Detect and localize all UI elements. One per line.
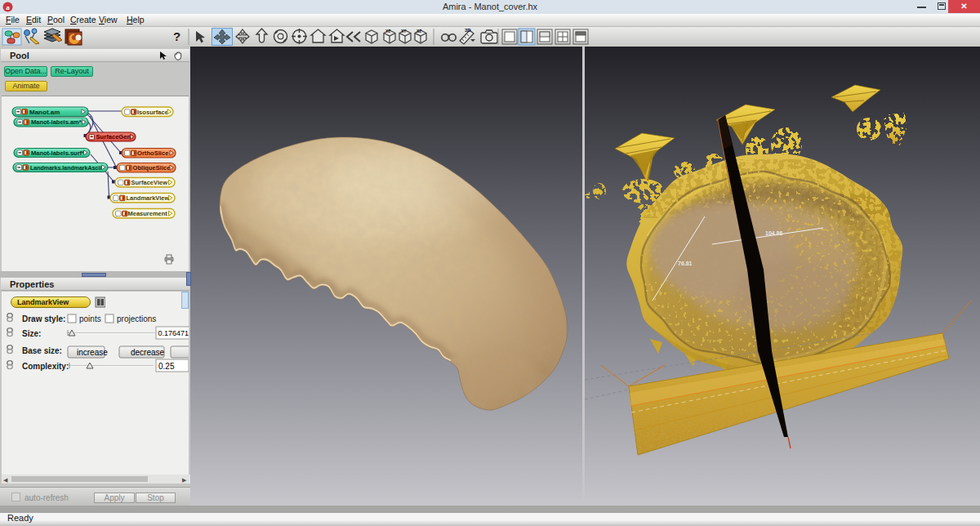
svg-text:Manot-labels.surf*: Manot-labels.surf*	[31, 149, 84, 157]
svg-text:decrease: decrease	[131, 348, 165, 357]
svg-text:0.176471: 0.176471	[158, 329, 189, 337]
svg-text:Landmarks.landmarkAscii: Landmarks.landmarkAscii	[30, 165, 101, 171]
svg-text:Manot.am: Manot.am	[29, 109, 60, 116]
svg-text:ObliqueSlice: ObliqueSlice	[133, 164, 171, 172]
svg-text:a: a	[6, 3, 10, 11]
svg-text:104.86: 104.86	[765, 230, 783, 236]
svg-text:XZ: XZ	[416, 29, 421, 33]
svg-text:SurfaceView: SurfaceView	[131, 179, 168, 186]
svg-text:Isosurface: Isosurface	[137, 109, 168, 116]
svg-text:SurfaceGen: SurfaceGen	[96, 133, 131, 140]
svg-text:76.81: 76.81	[678, 261, 693, 266]
svg-text:increase: increase	[77, 348, 108, 357]
svg-text:3D: 3D	[465, 28, 471, 33]
svg-text:Draw style:: Draw style:	[22, 314, 65, 323]
svg-text:?: ?	[173, 29, 180, 43]
svg-text:YZ: YZ	[385, 29, 390, 33]
svg-text:XY: XY	[401, 29, 407, 33]
svg-text:0.25: 0.25	[158, 362, 175, 371]
svg-text:Measurement: Measurement	[128, 210, 168, 217]
svg-text:projections: projections	[117, 314, 156, 323]
svg-text:OrthoSlice: OrthoSlice	[137, 149, 168, 157]
svg-text:points: points	[79, 314, 101, 323]
svg-text:LandmarkView: LandmarkView	[127, 194, 170, 202]
svg-text:Complexity:: Complexity:	[22, 362, 69, 371]
svg-text:Size:: Size:	[22, 329, 41, 338]
svg-text:LandmarkView: LandmarkView	[17, 298, 69, 306]
svg-text:Base size:: Base size:	[22, 346, 62, 355]
svg-text:Manot-labels.am*: Manot-labels.am*	[31, 118, 82, 126]
